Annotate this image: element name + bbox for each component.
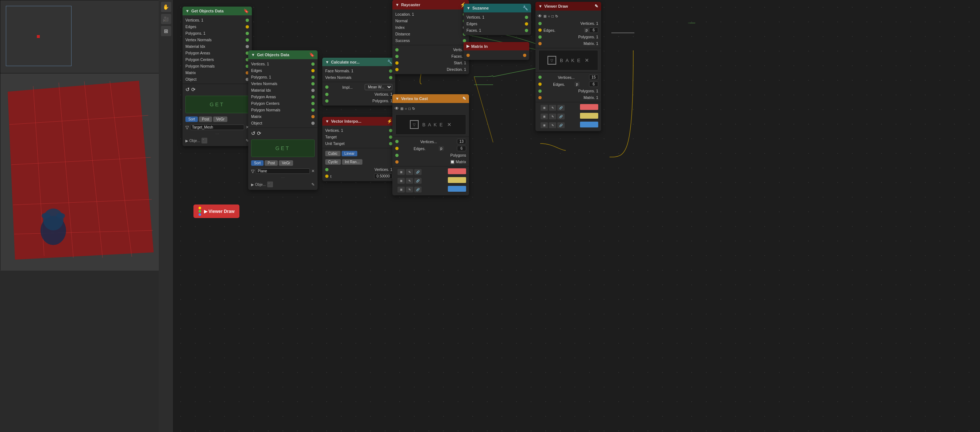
vd-icon-3[interactable]: □	[552, 14, 554, 18]
vegr-button-1[interactable]: VeGr	[213, 116, 228, 122]
vtc-si-8[interactable]: ✎	[406, 187, 413, 193]
refresh-icon-2[interactable]: ↺	[251, 131, 256, 136]
socket-vd-v-in[interactable]	[538, 22, 542, 25]
socket-vd-m-in[interactable]	[538, 42, 542, 45]
sync-icon-2[interactable]: ⟳	[257, 131, 261, 136]
raycaster-node[interactable]: ▼ Raycaster ⚡ Location. 1 Normal Index D…	[392, 0, 469, 74]
cubic-button[interactable]: Cubic	[325, 151, 340, 156]
socket-pa-2[interactable]	[311, 95, 315, 99]
raycaster-header[interactable]: ▼ Raycaster ⚡	[392, 0, 469, 10]
obj-icon-2[interactable]: ⬛	[267, 182, 273, 187]
close-icon-2[interactable]: ✕	[311, 169, 315, 174]
vd-icon-4[interactable]: ↻	[555, 14, 558, 18]
vd-arrow[interactable]: ▼	[538, 4, 542, 8]
si-8[interactable]: ✎	[549, 122, 556, 128]
si-5[interactable]: ✎	[549, 113, 556, 120]
calc-normals-header[interactable]: ▼ Calculate nor... 🔧	[322, 58, 395, 66]
vi-t-value[interactable]: 0.50000	[374, 174, 392, 179]
obj-icon-1[interactable]: ⬛	[202, 138, 207, 143]
si-6[interactable]: 🔗	[557, 113, 565, 120]
cursor-icon[interactable]: ✋	[161, 2, 171, 12]
socket-vd-m2-in[interactable]	[538, 96, 542, 99]
int-ran-button[interactable]: Int Ran...	[342, 159, 363, 165]
cyclic-button[interactable]: Cyclic	[325, 159, 341, 165]
socket-vtc-e-in[interactable]	[395, 147, 399, 150]
mean-w-dropdown[interactable]: Mean W...	[364, 84, 392, 90]
socket-vi-v-out[interactable]	[389, 129, 392, 132]
socket-pn-2[interactable]	[311, 108, 315, 112]
matrix-in-node[interactable]: ▶ Matrix In	[463, 42, 529, 60]
socket-vd-v2-in[interactable]	[538, 76, 542, 79]
socket-fn-out[interactable]	[389, 69, 392, 73]
si-1[interactable]: ⊞	[541, 105, 548, 111]
socket-faces-in[interactable]	[395, 55, 399, 58]
camera-icon[interactable]: 🎥	[161, 14, 171, 24]
socket-v-2[interactable]	[311, 62, 315, 66]
mi-arrow[interactable]: ▶	[466, 44, 469, 49]
viewer-draw-main-node[interactable]: ▼ Viewer Draw ✎ 👁 ⊞ ○ □ ↻ Vertices. 1 Ed…	[535, 2, 601, 131]
si-3[interactable]: 🔗	[557, 105, 565, 111]
socket-vd-p-in[interactable]	[538, 35, 542, 39]
vi-arrow[interactable]: ▼	[325, 119, 329, 123]
suzanne-arrow[interactable]: ▼	[466, 6, 471, 10]
vertex-to-cast-node[interactable]: ▼ Vertex to Cast ✎ 👁 ⊞ ○ □ ↻ ▽ B A K E ✕	[392, 94, 469, 195]
node-pin-icon[interactable]: 🔖	[243, 8, 249, 13]
socket-suz-f[interactable]	[525, 29, 528, 32]
socket-pc-2[interactable]	[311, 102, 315, 105]
target-mesh-input[interactable]	[190, 124, 244, 130]
socket-direction-in[interactable]	[395, 68, 399, 71]
calculate-normals-node[interactable]: ▼ Calculate nor... 🔧 Face Normals. 1 Ver…	[322, 58, 395, 105]
si-7[interactable]: ⊞	[541, 122, 548, 128]
suzanne-node[interactable]: ▼ Suzanne 🔧 Vertices. 1 Edges Faces. 1	[463, 4, 531, 35]
socket-vn-2[interactable]	[311, 82, 315, 86]
socket-e-2[interactable]	[311, 69, 315, 72]
socket-o-2[interactable]	[311, 121, 315, 125]
si-9[interactable]: 🔗	[557, 122, 565, 128]
socket-edges-out[interactable]	[246, 25, 249, 29]
post-button-1[interactable]: Post	[199, 116, 212, 122]
socket-vtc-m-in[interactable]	[395, 160, 399, 164]
viewer-draw-small[interactable]: ▶ Viewer Draw	[193, 204, 239, 218]
collapse-arrow-2[interactable]: ▼	[251, 53, 255, 57]
vtc-si-1[interactable]: ⊞	[398, 169, 405, 175]
socket-pi-in[interactable]	[325, 99, 328, 103]
matrix-in-header[interactable]: ▶ Matrix In	[463, 42, 529, 50]
3d-viewport[interactable]	[0, 0, 175, 270]
vd-eye-icon[interactable]: 👁	[538, 13, 542, 19]
node-pin-icon-2[interactable]: 🔖	[309, 52, 315, 57]
vtc-bake-x[interactable]: ✕	[447, 121, 452, 128]
sort-button-1[interactable]: Sort	[185, 116, 198, 122]
obj-edit-icon-2[interactable]: ✎	[311, 182, 315, 187]
socket-vertices-out[interactable]	[246, 19, 249, 22]
socket-vn-out[interactable]	[389, 76, 392, 79]
vd-icon-2[interactable]: ○	[548, 14, 550, 18]
socket-vd-p2-in[interactable]	[538, 89, 542, 93]
socket-suz-v[interactable]	[525, 16, 528, 19]
collapse-arrow[interactable]: ▼	[185, 9, 189, 13]
bake-x-icon[interactable]: ✕	[585, 57, 589, 63]
linear-button[interactable]: Linear	[342, 151, 358, 156]
socket-mi-2[interactable]	[311, 89, 315, 92]
sort-button-2[interactable]: Sort	[251, 160, 264, 166]
si-2[interactable]: ✎	[549, 105, 556, 111]
vtc-eye-icon[interactable]: 👁	[395, 106, 399, 111]
vtc-header[interactable]: ▼ Vertex to Cast ✎	[392, 94, 469, 103]
socket-m-2[interactable]	[311, 115, 315, 118]
calc-arrow[interactable]: ▼	[325, 60, 329, 64]
socket-vd-e2-in[interactable]	[538, 83, 542, 86]
vtc-si-3[interactable]: 🔗	[414, 169, 422, 175]
socket-impl-in[interactable]	[325, 86, 328, 89]
vd-icon-1[interactable]: ⊞	[544, 14, 546, 18]
vd-main-header[interactable]: ▼ Viewer Draw ✎	[535, 2, 601, 11]
node-header-2[interactable]: ▼ Get Objects Data 🔖	[248, 50, 318, 59]
vtc-si-4[interactable]: ⊞	[398, 178, 405, 184]
socket-vertex-normals-out[interactable]	[246, 38, 249, 41]
socket-vi-ut-out[interactable]	[389, 142, 392, 145]
socket-vd-e-in[interactable]	[538, 29, 542, 32]
socket-vtc-v-in[interactable]	[395, 140, 399, 143]
vtc-si-9[interactable]: 🔗	[414, 187, 422, 193]
socket-vtc-p-in[interactable]	[395, 154, 399, 157]
raycaster-arrow[interactable]: ▼	[395, 3, 399, 7]
vtc-si-2[interactable]: ✎	[406, 169, 413, 175]
vtc-edit-icon[interactable]: ✎	[463, 96, 466, 101]
